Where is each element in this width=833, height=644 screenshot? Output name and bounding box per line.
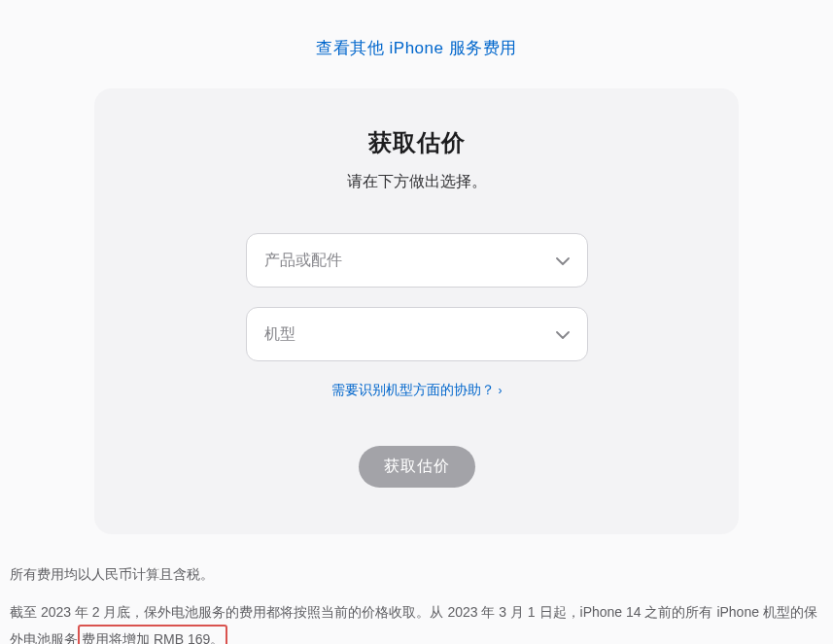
card-title: 获取估价 — [133, 127, 700, 158]
product-select-placeholder: 产品或配件 — [264, 251, 342, 271]
chevron-down-icon — [556, 252, 570, 269]
identify-model-help-link[interactable]: 需要识别机型方面的协助？› — [331, 382, 503, 397]
help-link-label: 需要识别机型方面的协助？ — [331, 382, 495, 397]
chevron-right-icon: › — [499, 384, 503, 397]
footer-line-2: 截至 2023 年 2 月底，保外电池服务的费用都将按照当前的价格收取。从 20… — [10, 599, 823, 644]
footer-text: 所有费用均以人民币计算且含税。 截至 2023 年 2 月底，保外电池服务的费用… — [0, 534, 833, 644]
model-select[interactable]: 机型 — [246, 307, 588, 361]
estimate-card: 获取估价 请在下方做出选择。 产品或配件 机型 需要识别机型方面的协助？› 获取… — [94, 88, 739, 534]
select-product-wrap: 产品或配件 — [246, 233, 588, 288]
help-link-container: 需要识别机型方面的协助？› — [133, 381, 700, 399]
top-link-container: 查看其他 iPhone 服务费用 — [0, 0, 833, 88]
get-estimate-button[interactable]: 获取估价 — [359, 446, 475, 488]
price-increase-highlight: 费用将增加 RMB 169。 — [78, 625, 227, 644]
chevron-down-icon — [556, 325, 570, 343]
product-select[interactable]: 产品或配件 — [246, 233, 588, 288]
model-select-placeholder: 机型 — [264, 324, 295, 345]
card-subtitle: 请在下方做出选择。 — [133, 172, 700, 192]
other-service-fees-link[interactable]: 查看其他 iPhone 服务费用 — [316, 39, 516, 57]
select-model-wrap: 机型 — [246, 307, 588, 361]
footer-line-1: 所有费用均以人民币计算且含税。 — [10, 561, 823, 588]
